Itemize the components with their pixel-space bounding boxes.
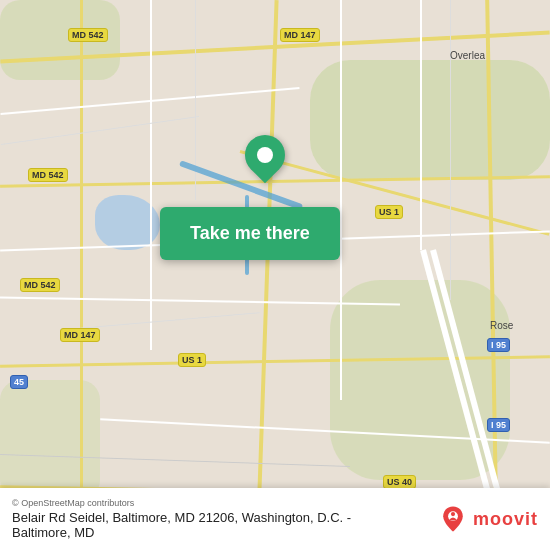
road-badge-rt45: 45: [10, 375, 28, 389]
road-badge-md147-1: MD 147: [280, 28, 320, 42]
road-badge-md147-2: MD 147: [60, 328, 100, 342]
svg-point-1: [451, 512, 455, 516]
road-badge-us40: US 40: [383, 475, 416, 489]
moovit-icon: [439, 505, 467, 533]
road-badge-i95-2: I 95: [487, 418, 510, 432]
take-me-there-button[interactable]: Take me there: [160, 207, 340, 260]
bottom-bar: © OpenStreetMap contributors Belair Rd S…: [0, 488, 550, 550]
bottom-info: © OpenStreetMap contributors Belair Rd S…: [12, 498, 392, 540]
road-badge-md542-3: MD 542: [20, 278, 60, 292]
road-badge-us1-2: US 1: [178, 353, 206, 367]
pin-shape: [237, 127, 294, 184]
road-badge-md542-2: MD 542: [28, 168, 68, 182]
osm-attribution: © OpenStreetMap contributors: [12, 498, 392, 508]
road-badge-i95-1: I 95: [487, 338, 510, 352]
map-container: Overlea Rose MD 542 MD 147 MD 542 US 1 M…: [0, 0, 550, 550]
road-badge-md542-1: MD 542: [68, 28, 108, 42]
pin-dot: [257, 147, 273, 163]
road-badge-us1-1: US 1: [375, 205, 403, 219]
moovit-logo: moovit: [439, 505, 538, 533]
location-pin: [245, 135, 285, 175]
map-background: Overlea Rose MD 542 MD 147 MD 542 US 1 M…: [0, 0, 550, 550]
moovit-text: moovit: [473, 509, 538, 530]
location-address: Belair Rd Seidel, Baltimore, MD 21206, W…: [12, 510, 392, 540]
